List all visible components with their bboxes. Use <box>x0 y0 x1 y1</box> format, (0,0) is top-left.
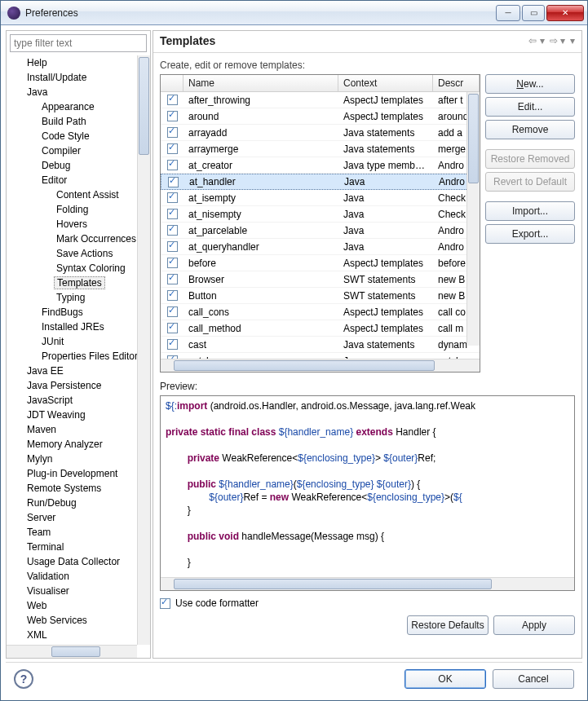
use-formatter-checkbox[interactable] <box>160 598 170 609</box>
close-button[interactable]: ✕ <box>546 5 584 21</box>
tree-item[interactable]: XML <box>7 628 137 642</box>
table-row[interactable]: call_consAspectJ templatescall co <box>161 304 480 320</box>
tree-item[interactable]: Debug <box>7 158 137 173</box>
tree-hscrollbar[interactable] <box>7 645 137 658</box>
table-row[interactable]: at_nisemptyJavaCheck <box>161 206 480 223</box>
cancel-button[interactable]: Cancel <box>493 669 574 689</box>
tree-item[interactable]: Server <box>7 510 137 525</box>
table-row[interactable]: at_handlerJavaAndro <box>161 174 480 190</box>
titlebar[interactable]: Preferences ─ ▭ ✕ <box>1 1 587 25</box>
tree-item[interactable]: Remote Systems <box>7 481 137 496</box>
table-row[interactable]: ButtonSWT statementsnew B <box>161 288 480 304</box>
table-row[interactable]: at_queryhandlerJavaAndro <box>161 239 480 255</box>
tree-item[interactable]: Save Actions <box>7 246 137 261</box>
row-checkbox[interactable] <box>167 306 178 317</box>
table-row[interactable]: beforeAspectJ templatesbefore <box>161 255 480 271</box>
export-button[interactable]: Export... <box>485 224 575 244</box>
tree-item[interactable]: Install/Update <box>7 70 137 85</box>
col-description[interactable]: Descr <box>433 75 480 91</box>
tree-item[interactable]: Web <box>7 598 137 613</box>
tree-item[interactable]: Properties Files Editor <box>7 349 137 364</box>
table-row[interactable]: aroundAspectJ templatesaround <box>161 108 480 125</box>
tree-item[interactable]: Hovers <box>7 217 137 231</box>
edit-button[interactable]: Edit... <box>485 97 575 117</box>
col-name[interactable]: Name <box>183 75 338 91</box>
ok-button[interactable]: OK <box>405 669 486 689</box>
menu-icon[interactable]: ▾ <box>570 35 575 46</box>
row-checkbox[interactable] <box>167 241 178 252</box>
new-button[interactable]: New... <box>485 74 575 94</box>
tree-item[interactable]: Mylyn <box>7 452 137 466</box>
table-row[interactable]: arraymergeJava statementsmerge <box>161 141 480 157</box>
category-tree[interactable]: HelpInstall/UpdateJavaAppearanceBuild Pa… <box>7 55 137 645</box>
row-checkbox[interactable] <box>167 111 178 121</box>
tree-item[interactable]: Editor <box>7 173 137 187</box>
back-icon[interactable]: ⇦ ▾ <box>528 35 544 46</box>
tree-item[interactable]: Maven <box>7 422 137 437</box>
row-checkbox[interactable] <box>167 258 178 268</box>
table-row[interactable]: after_throwingAspectJ templatesafter t <box>161 92 480 108</box>
tree-item[interactable]: Compiler <box>7 143 137 158</box>
tree-item[interactable]: Memory Analyzer <box>7 437 137 452</box>
table-row[interactable]: at_creatorJava type membersAndro <box>161 157 480 174</box>
row-checkbox[interactable] <box>167 95 178 105</box>
tree-item[interactable]: Team <box>7 525 137 540</box>
row-checkbox[interactable] <box>167 143 178 154</box>
tree-item[interactable]: Java Persistence <box>7 378 137 393</box>
tree-item[interactable]: Build Path <box>7 114 137 129</box>
tree-item[interactable]: Usage Data Collector <box>7 554 137 569</box>
tree-item[interactable]: JavaScript <box>7 393 137 408</box>
table-vscrollbar[interactable] <box>466 92 480 346</box>
row-checkbox[interactable] <box>167 192 178 203</box>
row-checkbox[interactable] <box>167 290 178 301</box>
tree-item[interactable]: Content Assist <box>7 187 137 202</box>
tree-item[interactable]: Installed JREs <box>7 320 137 334</box>
row-checkbox[interactable] <box>167 274 178 284</box>
forward-icon[interactable]: ⇨ ▾ <box>550 35 565 46</box>
tree-item[interactable]: Validation <box>7 569 137 584</box>
row-checkbox[interactable] <box>167 209 178 219</box>
preview-hscrollbar[interactable] <box>161 577 574 590</box>
row-checkbox[interactable] <box>167 225 178 236</box>
tree-item[interactable]: Visualiser <box>7 584 137 598</box>
table-row[interactable]: arrayaddJava statementsadd a <box>161 125 480 141</box>
tree-item[interactable]: JDT Weaving <box>7 408 137 422</box>
table-row[interactable]: at_parcelableJavaAndro <box>161 223 480 239</box>
tree-item[interactable]: FindBugs <box>7 305 137 320</box>
tree-item[interactable]: Help <box>7 55 137 70</box>
filter-input[interactable] <box>10 34 147 52</box>
table-row[interactable]: BrowserSWT statementsnew B <box>161 271 480 288</box>
tree-item[interactable]: Templates <box>7 276 137 290</box>
apply-button[interactable]: Apply <box>493 615 575 635</box>
tree-item[interactable]: Plug-in Development <box>7 466 137 481</box>
minimize-button[interactable]: ─ <box>496 5 520 21</box>
row-checkbox[interactable] <box>167 160 178 170</box>
tree-item[interactable]: Java <box>7 85 137 99</box>
tree-item[interactable]: Mark Occurrences <box>7 231 137 246</box>
tree-item[interactable]: Typing <box>7 290 137 305</box>
table-row[interactable]: call_methodAspectJ templatescall m <box>161 320 480 337</box>
tree-vscrollbar[interactable] <box>137 55 150 645</box>
table-row[interactable]: catchJavacatch <box>161 353 480 359</box>
import-button[interactable]: Import... <box>485 201 575 221</box>
tree-item[interactable]: Syntax Coloring <box>7 261 137 276</box>
tree-item[interactable]: Appearance <box>7 99 137 114</box>
tree-item[interactable]: Folding <box>7 202 137 217</box>
table-row[interactable]: at_isemptyJavaCheck <box>161 190 480 206</box>
tree-item[interactable]: Code Style <box>7 129 137 143</box>
row-checkbox[interactable] <box>168 177 179 187</box>
tree-item[interactable]: Run/Debug <box>7 496 137 510</box>
tree-item[interactable]: Terminal <box>7 540 137 554</box>
tree-item[interactable]: JUnit <box>7 334 137 349</box>
row-checkbox[interactable] <box>167 339 178 350</box>
tree-item[interactable]: Web Services <box>7 613 137 628</box>
tree-item[interactable]: Java EE <box>7 364 137 378</box>
row-checkbox[interactable] <box>167 127 178 138</box>
remove-button[interactable]: Remove <box>485 120 575 139</box>
row-checkbox[interactable] <box>167 323 178 333</box>
restore-defaults-button[interactable]: Restore Defaults <box>407 615 489 635</box>
table-hscrollbar[interactable] <box>161 359 480 372</box>
table-row[interactable]: castJava statementsdynam <box>161 337 480 353</box>
help-icon[interactable]: ? <box>14 669 33 689</box>
col-context[interactable]: Context <box>338 75 433 91</box>
